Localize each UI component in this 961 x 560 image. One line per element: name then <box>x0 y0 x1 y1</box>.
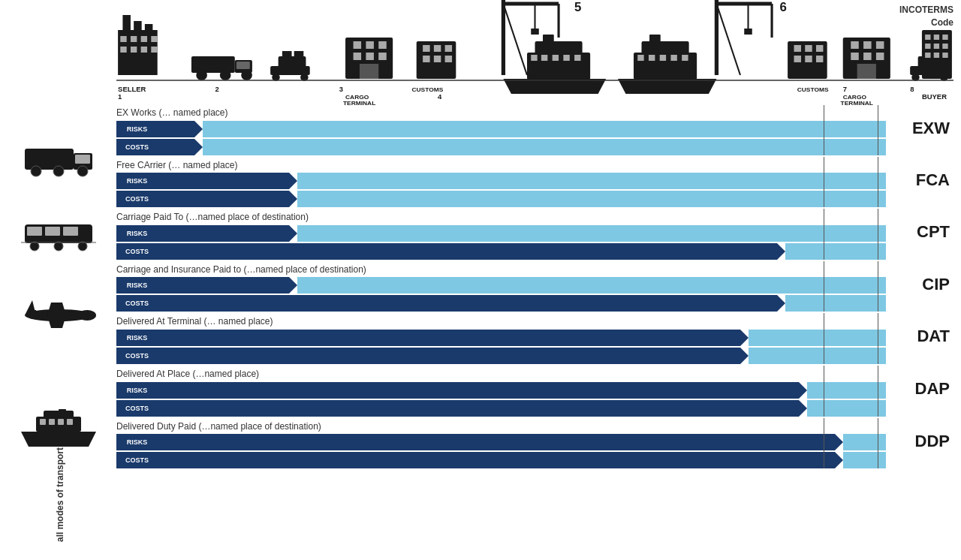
ddp-title: Delivered Duty Paid (…named place of des… <box>116 418 886 435</box>
dat-risks-row: RISKS <box>116 330 886 346</box>
svg-text:CUSTOMS: CUSTOMS <box>411 86 443 93</box>
dap-costs-label: COSTS <box>116 400 158 417</box>
exw-code-text: EXW <box>912 119 950 137</box>
svg-rect-101 <box>794 56 801 62</box>
svg-rect-26 <box>59 409 66 418</box>
exw-costs-bar <box>158 139 886 155</box>
svg-rect-9 <box>63 227 78 236</box>
incoterm-exw: EX Works (… named place) RISKS COSTS <box>116 105 886 155</box>
svg-rect-125 <box>925 53 930 58</box>
cpt-code-text: CPT <box>917 222 950 241</box>
truck-icon <box>21 143 96 176</box>
plane-icon <box>21 297 96 334</box>
svg-rect-87 <box>660 55 666 61</box>
svg-rect-98 <box>794 45 801 52</box>
svg-rect-84 <box>649 35 661 44</box>
svg-text:1: 1 <box>118 93 122 101</box>
incoterm-dap: Delivered At Place (…named place) RISKS … <box>116 366 886 417</box>
svg-rect-56 <box>354 53 362 60</box>
svg-point-11 <box>54 242 63 251</box>
ddp-costs-label: COSTS <box>116 452 158 468</box>
svg-rect-23 <box>49 419 55 425</box>
cpt-costs-row: COSTS <box>116 243 886 260</box>
incoterms-header-label: INCOTERMS Code <box>899 4 953 29</box>
svg-rect-86 <box>649 55 655 61</box>
dat-code-text: DAT <box>917 327 950 345</box>
svg-rect-30 <box>134 21 142 32</box>
svg-text:CUSTOMS: CUSTOMS <box>797 86 829 93</box>
svg-rect-36 <box>120 47 126 53</box>
exw-title-text: EX Works (… named place) <box>116 107 228 118</box>
svg-rect-76 <box>543 35 554 44</box>
fca-title-text: Free CArrier (… named place) <box>116 160 237 170</box>
ddp-costs-row: COSTS <box>116 452 886 468</box>
main-container: all modes of transport INCOTERMS Code <box>0 0 961 560</box>
dat-title: Delivered At Terminal (… named place) <box>116 313 886 330</box>
fca-risks-label: RISKS <box>116 173 158 189</box>
ddp-costs-bar <box>158 452 886 468</box>
fca-costs-label: COSTS <box>116 191 158 207</box>
svg-text:6: 6 <box>780 0 787 14</box>
exw-risks-bar <box>158 121 886 137</box>
svg-rect-37 <box>131 47 137 53</box>
svg-rect-31 <box>145 24 153 32</box>
cpt-risks-bar <box>158 225 886 242</box>
exw-costs-label: COSTS <box>116 139 158 155</box>
svg-rect-89 <box>682 55 688 61</box>
ddp-code: DDP <box>915 432 950 451</box>
svg-rect-59 <box>360 64 378 79</box>
svg-rect-124 <box>942 44 947 49</box>
svg-text:TERMINAL: TERMINAL <box>343 100 375 105</box>
cpt-title: Carriage Paid To (…named place of destin… <box>116 209 886 225</box>
fca-code: FCA <box>916 170 950 190</box>
svg-rect-80 <box>563 55 569 61</box>
svg-rect-32 <box>120 36 126 42</box>
cpt-costs-bar <box>158 243 886 260</box>
svg-rect-54 <box>366 41 374 49</box>
ddp-code-text: DDP <box>915 432 950 450</box>
svg-rect-77 <box>531 55 537 61</box>
cpt-risks-row: RISKS <box>116 225 886 242</box>
svg-rect-24 <box>58 419 64 425</box>
dap-risks-row: RISKS <box>116 382 886 399</box>
svg-rect-39 <box>151 47 157 53</box>
svg-rect-103 <box>816 56 823 62</box>
svg-rect-65 <box>434 56 441 62</box>
svg-rect-88 <box>670 55 676 61</box>
svg-rect-57 <box>366 53 374 60</box>
cip-risks-bar <box>158 277 886 294</box>
svg-rect-105 <box>851 41 859 49</box>
incoterm-cpt: Carriage Paid To (…named place of destin… <box>116 209 886 260</box>
svg-rect-81 <box>574 55 580 61</box>
fca-risks-bar <box>158 173 886 189</box>
svg-rect-38 <box>141 47 147 53</box>
svg-text:7: 7 <box>843 86 847 93</box>
svg-rect-33 <box>131 36 137 42</box>
dap-costs-bar <box>158 400 886 417</box>
svg-rect-7 <box>27 227 42 236</box>
fca-code-text: FCA <box>916 170 950 189</box>
dap-costs-row: COSTS <box>116 400 886 417</box>
content-area: INCOTERMS Code <box>116 0 961 560</box>
svg-rect-2 <box>75 155 90 164</box>
svg-marker-18 <box>47 315 66 328</box>
cpt-code: CPT <box>917 222 950 242</box>
ddp-risks-label: RISKS <box>116 434 158 450</box>
svg-rect-119 <box>925 35 930 40</box>
dat-risks-label: RISKS <box>116 330 158 346</box>
transport-column: all modes of transport <box>0 0 116 560</box>
svg-rect-58 <box>378 53 387 60</box>
dap-risks-label: RISKS <box>116 382 158 399</box>
dap-title: Delivered At Place (…named place) <box>116 366 886 382</box>
incoterm-dat: Delivered At Terminal (… named place) RI… <box>116 313 886 364</box>
svg-rect-108 <box>851 53 859 60</box>
svg-text:TERMINAL: TERMINAL <box>841 100 873 105</box>
svg-point-12 <box>78 242 87 251</box>
svg-point-3 <box>31 166 41 176</box>
svg-rect-8 <box>45 227 60 236</box>
svg-point-4 <box>53 166 64 176</box>
svg-text:BUYER: BUYER <box>922 93 947 101</box>
cip-costs-label: COSTS <box>116 295 158 312</box>
svg-text:5: 5 <box>574 0 581 14</box>
dat-costs-bar <box>158 348 886 364</box>
